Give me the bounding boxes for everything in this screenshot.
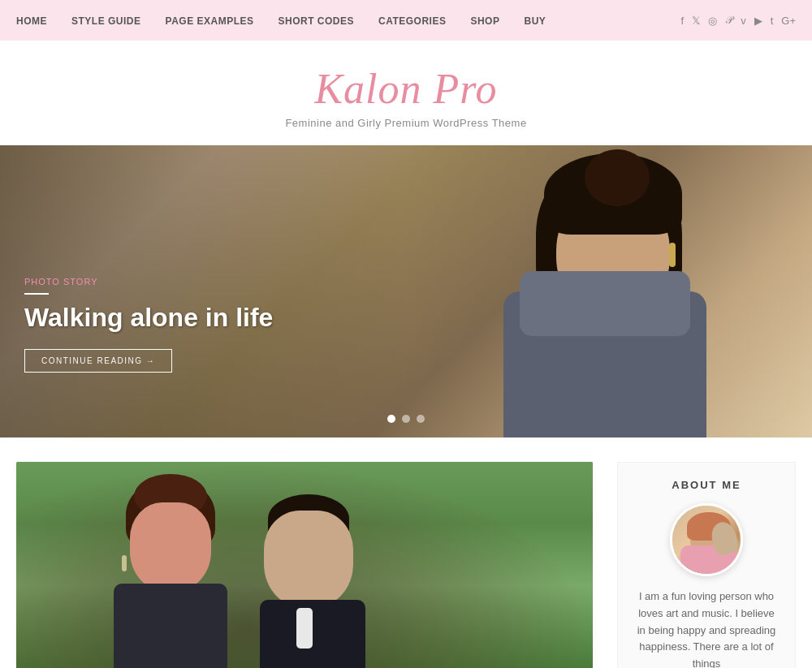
nav-link-shop[interactable]: SHOP: [470, 15, 499, 27]
nav-link-short-codes[interactable]: SHORT CODES: [278, 15, 354, 27]
nav-item-buy[interactable]: BUY: [524, 13, 546, 28]
slider-dot-2[interactable]: [402, 415, 410, 423]
main-content: ABOUT ME I am a fun loving person who lo…: [0, 437, 812, 668]
hero-slider: PHOTO STORY Walking alone in life CONTIN…: [0, 145, 812, 437]
main-nav: HOME STYLE GUIDE PAGE EXAMPLES SHORT COD…: [0, 0, 812, 41]
about-text: I am a fun loving person who loves art a…: [634, 588, 779, 668]
social-twitter[interactable]: 𝕏: [692, 15, 700, 27]
social-youtube[interactable]: ▶: [754, 15, 762, 27]
about-widget: ABOUT ME I am a fun loving person who lo…: [617, 462, 796, 668]
post-image: [16, 462, 593, 668]
hero-category: PHOTO STORY: [24, 277, 273, 287]
about-widget-title: ABOUT ME: [634, 479, 779, 491]
hero-content: PHOTO STORY Walking alone in life CONTIN…: [24, 277, 273, 373]
social-tumblr[interactable]: t: [771, 15, 774, 27]
nav-item-home[interactable]: HOME: [16, 13, 47, 28]
site-title: Kalon Pro: [16, 65, 796, 113]
slider-dots: [387, 415, 425, 423]
social-instagram[interactable]: ◎: [708, 15, 717, 27]
social-pinterest[interactable]: 𝒫: [725, 14, 732, 27]
nav-link-categories[interactable]: CATEGORIES: [378, 15, 446, 27]
nav-link-buy[interactable]: BUY: [524, 15, 546, 27]
nav-item-style-guide[interactable]: STYLE GUIDE: [71, 13, 141, 28]
slider-dot-3[interactable]: [417, 415, 425, 423]
social-links: f 𝕏 ◎ 𝒫 v ▶ t G+: [681, 14, 796, 27]
nav-links: HOME STYLE GUIDE PAGE EXAMPLES SHORT COD…: [16, 13, 546, 28]
nav-item-categories[interactable]: CATEGORIES: [378, 13, 446, 28]
site-tagline: Feminine and Girly Premium WordPress The…: [16, 117, 796, 129]
nav-link-home[interactable]: HOME: [16, 15, 47, 27]
hero-title: Walking alone in life: [24, 303, 273, 333]
slider-dot-1[interactable]: [387, 415, 395, 423]
social-googleplus[interactable]: G+: [781, 15, 796, 27]
nav-item-page-examples[interactable]: PAGE EXAMPLES: [166, 13, 254, 28]
site-header: Kalon Pro Feminine and Girly Premium Wor…: [0, 41, 812, 145]
nav-item-shop[interactable]: SHOP: [470, 13, 499, 28]
social-facebook[interactable]: f: [681, 15, 685, 27]
social-vimeo[interactable]: v: [741, 15, 746, 27]
about-avatar: [670, 503, 743, 576]
hero-divider: [24, 293, 49, 295]
nav-link-style-guide[interactable]: STYLE GUIDE: [71, 15, 141, 27]
nav-item-short-codes[interactable]: SHORT CODES: [278, 13, 354, 28]
post-card: [16, 462, 593, 668]
posts-area: [16, 462, 593, 668]
sidebar: ABOUT ME I am a fun loving person who lo…: [617, 462, 796, 668]
hero-cta-button[interactable]: CONTINUE READING →: [24, 349, 172, 373]
nav-link-page-examples[interactable]: PAGE EXAMPLES: [166, 15, 254, 27]
